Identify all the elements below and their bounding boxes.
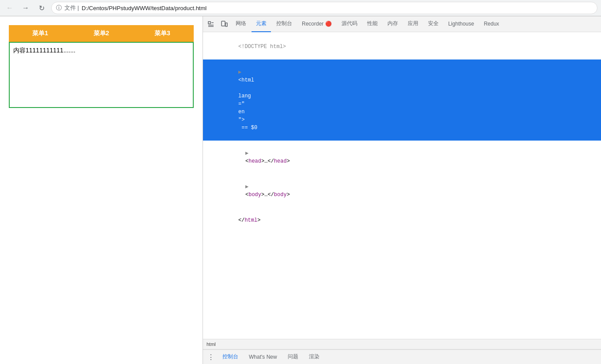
menu-item-1[interactable]: 菜单1	[10, 26, 71, 41]
content-box: 内容11111111111.......	[9, 42, 194, 108]
head-expand-arrow[interactable]: ▶	[245, 149, 251, 157]
html-close-tag-name: html	[244, 217, 257, 223]
html-close-open: </	[238, 217, 244, 223]
attr-close: ">	[238, 117, 244, 123]
security-icon: ⓘ	[56, 4, 62, 12]
head-ellipsis: >…</	[261, 158, 274, 164]
attr-space	[238, 85, 241, 91]
svg-rect-4	[222, 21, 225, 26]
head-close-tag: head	[274, 158, 287, 164]
address-prefix: 文件 |	[64, 4, 79, 12]
dollar-badge: == $0	[238, 125, 257, 131]
status-text: html	[207, 342, 216, 347]
tab-redux[interactable]: Redux	[479, 16, 503, 32]
browser-content: 菜单1 菜单2 菜单3 内容11111111111.......	[0, 16, 601, 364]
status-bar: html	[203, 339, 601, 349]
html-tag-line[interactable]: ▶ <html lang =" en "> == $0	[203, 59, 601, 141]
svg-rect-0	[208, 22, 210, 24]
browser-chrome: ← → ↻ ⓘ 文件 | D:/Centos/PHPstudyWWW/testD…	[0, 0, 601, 16]
menu-item-2[interactable]: 菜单2	[71, 26, 131, 41]
tab-console[interactable]: 控制台	[272, 16, 297, 32]
svg-rect-5	[225, 23, 227, 26]
body-tag-name: body	[248, 192, 261, 198]
content-text: 内容11111111111.......	[13, 47, 75, 54]
browser-toolbar: ← → ↻ ⓘ 文件 | D:/Centos/PHPstudyWWW/testD…	[0, 0, 601, 16]
tab-memory[interactable]: 内存	[383, 16, 402, 32]
html-close-bracket: >	[257, 217, 260, 223]
body-close-bracket: >	[287, 192, 290, 198]
webpage-area: 菜单1 菜单2 菜单3 内容11111111111.......	[0, 16, 203, 364]
menu-item-3[interactable]: 菜单3	[132, 26, 193, 41]
bottom-tab-issues[interactable]: 问题	[282, 350, 304, 364]
tab-security[interactable]: 安全	[424, 16, 443, 32]
doctype-line: <!DOCTYPE html>	[203, 34, 601, 59]
address-url: D:/Centos/PHPstudyWWW/testData/product.h…	[82, 5, 207, 11]
bottom-tabs: ⋮ 控制台 What's New 问题 渲染	[203, 349, 601, 364]
reload-button[interactable]: ↻	[35, 2, 48, 14]
head-line[interactable]: ▶ <head>…</head>	[203, 141, 601, 174]
expand-arrow[interactable]: ▶	[238, 68, 244, 76]
inspect-element-button[interactable]	[205, 18, 217, 30]
lang-attr-value: en	[238, 109, 244, 115]
devtools-toolbar: 网络 元素 控制台 Recorder 🔴 源代码 性能 内存 应用 安全 Lig…	[203, 16, 601, 32]
body-line[interactable]: ▶ <body>…</body>	[203, 174, 601, 208]
bottom-tab-menu-button[interactable]: ⋮	[205, 351, 217, 364]
elements-panel: <!DOCTYPE html> ▶ <html lang =" en "> ==…	[203, 32, 601, 339]
head-tag-name: head	[248, 158, 261, 164]
html-tag-name: html	[241, 77, 254, 83]
attr-eq: ="	[238, 101, 244, 107]
bottom-tab-console[interactable]: 控制台	[217, 350, 244, 364]
menu-bar: 菜单1 菜单2 菜单3	[9, 25, 194, 42]
forward-button[interactable]: →	[19, 2, 32, 14]
head-close-bracket: >	[287, 158, 290, 164]
body-close-tag: body	[274, 192, 287, 198]
tab-sources[interactable]: 源代码	[337, 16, 362, 32]
tab-lighthouse[interactable]: Lighthouse	[444, 16, 479, 32]
tab-elements[interactable]: 元素	[252, 16, 271, 32]
webpage-inner: 菜单1 菜单2 菜单3 内容11111111111.......	[0, 16, 203, 117]
tab-recorder[interactable]: Recorder 🔴	[297, 16, 336, 32]
devtools-panel: 网络 元素 控制台 Recorder 🔴 源代码 性能 内存 应用 安全 Lig…	[203, 16, 601, 364]
tab-application[interactable]: 应用	[403, 16, 423, 32]
device-toggle-button[interactable]	[218, 18, 230, 30]
tab-performance[interactable]: 性能	[363, 16, 382, 32]
lang-attr-name: lang	[238, 93, 251, 99]
body-ellipsis: >…</	[261, 192, 274, 198]
bottom-tab-rendering[interactable]: 渲染	[304, 350, 325, 364]
bottom-tab-whats-new[interactable]: What's New	[244, 350, 282, 364]
doctype-comment: <!DOCTYPE html>	[238, 44, 286, 50]
html-close-line: </html>	[203, 208, 601, 233]
devtools-main: <!DOCTYPE html> ▶ <html lang =" en "> ==…	[203, 32, 601, 364]
address-bar[interactable]: ⓘ 文件 | D:/Centos/PHPstudyWWW/testData/pr…	[51, 2, 597, 14]
back-button[interactable]: ←	[4, 2, 16, 14]
body-expand-arrow[interactable]: ▶	[245, 183, 251, 191]
tab-network[interactable]: 网络	[231, 16, 251, 32]
